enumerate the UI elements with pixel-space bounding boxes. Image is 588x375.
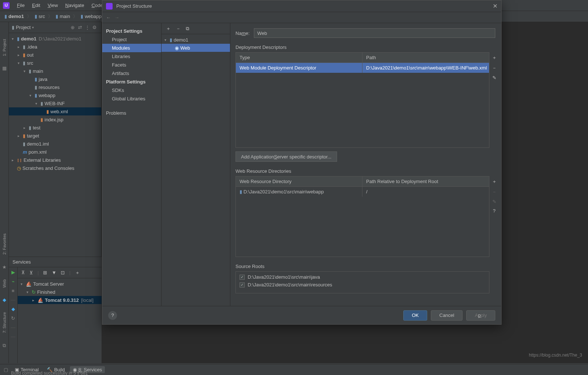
side-sdks[interactable]: SDKs xyxy=(102,86,161,94)
project-tree[interactable]: ▾▮demo1D:\Java2021\demo1 ▸▮.idea ▸▮out ▾… xyxy=(9,33,101,257)
side-facets[interactable]: Facets xyxy=(102,61,161,69)
services-tree[interactable]: ▾⛵Tomcat Server ▾↻Finished ▸⛵Tomcat 9.0.… xyxy=(18,278,102,306)
module-web[interactable]: ◉Web xyxy=(162,44,230,52)
gutter-star-icon[interactable]: ★ xyxy=(2,264,7,270)
name-input[interactable] xyxy=(254,28,495,38)
forward-icon[interactable]: → xyxy=(114,15,119,20)
source-roots-list[interactable]: ✓D:\Java2021\demo1\src\main\java ✓D:\Jav… xyxy=(235,271,489,293)
copy-module-icon[interactable]: ⧉ xyxy=(186,26,189,32)
side-global-libs[interactable]: Global Libraries xyxy=(102,94,161,103)
wr-edit-icon[interactable]: ✎ xyxy=(492,199,496,204)
svc-finished[interactable]: ▾↻Finished xyxy=(18,288,102,296)
add-module-icon[interactable]: ＋ xyxy=(166,25,171,32)
run-icon[interactable]: ▶ xyxy=(11,269,15,275)
tree-main[interactable]: ▾▮main xyxy=(9,67,101,75)
svc-expand-icon[interactable]: ⊼ xyxy=(21,270,25,275)
sr-row1[interactable]: ✓D:\Java2021\demo1\src\main\java xyxy=(236,273,489,281)
add-server-descriptor-button[interactable]: Add Application Server specific descript… xyxy=(235,151,337,162)
tree-test[interactable]: ▸▮test xyxy=(9,124,101,132)
checkbox-icon[interactable]: ✓ xyxy=(240,282,245,288)
side-artifacts[interactable]: Artifacts xyxy=(102,69,161,78)
svc-tomcat[interactable]: ▾⛵Tomcat Server xyxy=(18,280,102,288)
tree-pom[interactable]: mpom.xml xyxy=(9,148,101,156)
gutter-structure-icon[interactable]: ⧉ xyxy=(3,343,6,349)
gutter-favorites[interactable]: 2: Favorites xyxy=(2,231,7,257)
menu-edit[interactable]: Edit xyxy=(28,1,44,10)
tree-webinf[interactable]: ▾▮WEB-INF xyxy=(9,99,101,107)
tree-iml[interactable]: ▮demo1.iml xyxy=(9,140,101,148)
dd-remove-icon[interactable]: － xyxy=(492,65,497,71)
wr-row[interactable]: ▮ D:\Java2021\demo1\src\main\webapp / xyxy=(236,187,489,197)
dd-head-path[interactable]: Path xyxy=(362,53,489,63)
tree-root[interactable]: ▾▮demo1D:\Java2021\demo1 xyxy=(9,35,101,43)
svc-filter-icon[interactable]: ▼ xyxy=(52,270,56,275)
side-modules[interactable]: Modules xyxy=(102,44,161,52)
name-label: Name: xyxy=(235,31,249,36)
side-project[interactable]: Project xyxy=(102,35,161,44)
tree-java[interactable]: ▮java xyxy=(9,75,101,83)
dd-table-body[interactable]: Web Module Deployment Descriptor D:\Java… xyxy=(236,63,489,147)
locate-icon[interactable]: ⊕ xyxy=(69,24,76,31)
wr-remove-icon[interactable]: － xyxy=(492,189,497,195)
tree-scratches[interactable]: ◷Scratches and Consoles xyxy=(9,164,101,172)
dialog-titlebar[interactable]: Project Structure ✕ xyxy=(102,0,501,12)
tree-resources[interactable]: ▮resources xyxy=(9,83,101,91)
gutter-web[interactable]: Web xyxy=(2,277,7,290)
sr-row2[interactable]: ✓D:\Java2021\demo1\src\main\resources xyxy=(236,281,489,289)
dd-row[interactable]: Web Module Deployment Descriptor D:\Java… xyxy=(236,63,489,73)
remove-module-icon[interactable]: － xyxy=(176,25,181,32)
bug-icon[interactable]: ⌁ xyxy=(12,279,15,284)
wr-add-icon[interactable]: ＋ xyxy=(492,178,497,185)
crumb-project[interactable]: ▮demo1 xyxy=(3,14,25,19)
help-icon[interactable]: ? xyxy=(108,311,117,320)
cancel-button[interactable]: Cancel xyxy=(431,310,463,321)
gutter-project[interactable]: 1: Project xyxy=(2,37,7,58)
svc-add-icon[interactable]: ＋ xyxy=(75,269,80,276)
dd-add-icon[interactable]: ＋ xyxy=(492,54,497,61)
collapse-icon[interactable]: ⋮ xyxy=(84,24,91,31)
crumb-src[interactable]: ▮src xyxy=(33,14,46,19)
side-libraries[interactable]: Libraries xyxy=(102,52,161,61)
dd-head-type[interactable]: Type xyxy=(236,53,362,63)
svc-group-icon[interactable]: ⊡ xyxy=(61,270,65,275)
menu-file[interactable]: File xyxy=(13,1,28,10)
menu-view[interactable]: View xyxy=(44,1,61,10)
gutter-web-icon[interactable]: ◆ xyxy=(3,297,6,303)
module-demo1[interactable]: ▾▮demo1 xyxy=(162,36,230,44)
statusbar-box-icon[interactable]: ▢ xyxy=(4,367,10,372)
tree-idea[interactable]: ▸▮.idea xyxy=(9,43,101,51)
checkbox-icon[interactable]: ✓ xyxy=(240,275,245,280)
settings-icon[interactable]: ⇄ xyxy=(76,24,84,31)
dd-edit-icon[interactable]: ✎ xyxy=(492,75,496,81)
gear-icon[interactable]: ⚙ xyxy=(91,24,98,31)
side-problems[interactable]: Problems xyxy=(102,109,161,117)
project-title[interactable]: Project xyxy=(16,25,31,30)
apply-button[interactable]: Apply xyxy=(466,310,495,321)
wr-table-body[interactable]: ▮ D:\Java2021\demo1\src\main\webapp / xyxy=(236,187,489,257)
back-icon[interactable]: ← xyxy=(106,15,111,20)
tree-src[interactable]: ▾▮src xyxy=(9,59,101,67)
wr-help-icon[interactable]: ? xyxy=(493,208,495,214)
tree-ext-libs[interactable]: ▸⫿⫿External Libraries xyxy=(9,156,101,164)
ok-button[interactable]: OK xyxy=(403,310,427,321)
wr-head-rel[interactable]: Path Relative to Deployment Root xyxy=(362,176,489,186)
wr-head-dir[interactable]: Web Resource Directory xyxy=(236,176,362,186)
svc-deploy-icon[interactable]: ◆ xyxy=(11,306,15,312)
tree-webxml[interactable]: ▮web.xml xyxy=(9,107,101,115)
stop-icon[interactable]: ■ xyxy=(12,288,15,293)
svc-collapse-icon[interactable]: ⊻ xyxy=(29,270,33,275)
gutter-icon[interactable]: ▦ xyxy=(2,65,7,71)
svc-grid-icon[interactable]: ⊞ xyxy=(43,270,47,275)
crumb-webapp[interactable]: ▮webapp xyxy=(79,14,103,19)
tree-webapp[interactable]: ▾▮webapp xyxy=(9,91,101,99)
svc-refresh-icon[interactable]: ↻ xyxy=(11,315,15,321)
build-status-message: Build completed successfully in 5 s 681 xyxy=(11,371,88,375)
tree-indexjsp[interactable]: ▮index.jsp xyxy=(9,115,101,124)
svc-run-config[interactable]: ▸⛵Tomcat 9.0.312[local] xyxy=(18,296,102,304)
gutter-structure[interactable]: 7: Structure xyxy=(2,310,7,335)
close-icon[interactable]: ✕ xyxy=(493,3,497,10)
tree-out[interactable]: ▸▮out xyxy=(9,51,101,59)
crumb-main[interactable]: ▮main xyxy=(54,14,71,19)
tree-target[interactable]: ▸▮target xyxy=(9,132,101,140)
menu-navigate[interactable]: Navigate xyxy=(61,1,88,10)
